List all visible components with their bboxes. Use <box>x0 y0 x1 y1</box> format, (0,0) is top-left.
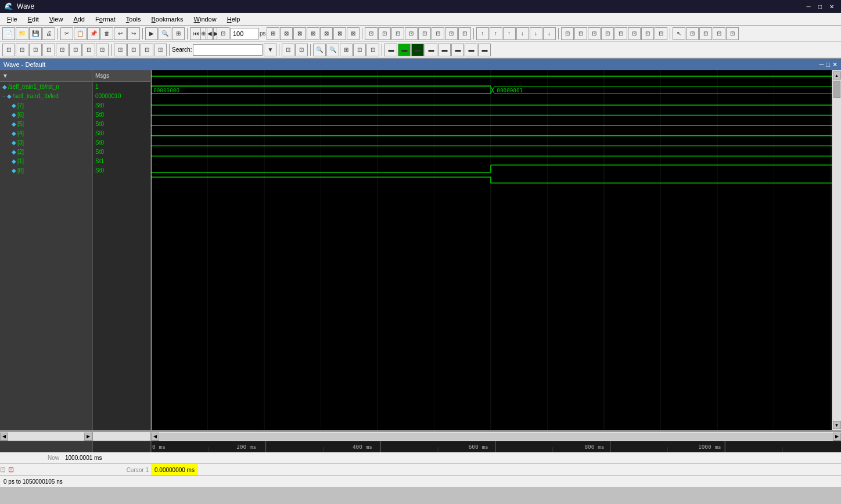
tb-zoom-prev[interactable]: ⊡ <box>366 44 379 56</box>
tb-m6[interactable]: ↓ <box>543 27 556 40</box>
tb2-10[interactable]: ⊡ <box>127 44 140 56</box>
signal-item-2[interactable]: ◆ [2] <box>0 147 92 156</box>
tb-marker6[interactable]: ▬ <box>451 44 464 56</box>
tb-open-btn[interactable]: 📁 <box>16 27 28 40</box>
tb2-7[interactable]: ⊡ <box>82 44 95 56</box>
tb-f7[interactable]: ⊡ <box>641 27 654 40</box>
tb-new-btn[interactable]: 📄 <box>2 27 15 40</box>
tb-save-btn[interactable]: 💾 <box>29 27 42 40</box>
waveform-panel[interactable]: 00000000 00000001 <box>151 70 832 430</box>
tb2-1[interactable]: ⊡ <box>2 44 15 56</box>
tb-cursor1[interactable]: ↖ <box>673 27 685 40</box>
tb2-13[interactable]: ⊡ <box>282 44 294 56</box>
menu-window[interactable]: Window <box>189 15 221 24</box>
tb-m2[interactable]: ↑ <box>490 27 502 40</box>
tb-marker8[interactable]: ▬ <box>478 44 491 56</box>
tb-navF[interactable]: ⊠ <box>347 27 360 40</box>
close-button[interactable]: ✕ <box>827 2 836 11</box>
menu-format[interactable]: Format <box>91 15 120 24</box>
signal-item-6[interactable]: ◆ [6] <box>0 110 92 119</box>
menu-edit[interactable]: Edit <box>23 15 44 24</box>
wave-window-maximize[interactable]: □ <box>826 61 830 69</box>
tb-m5[interactable]: ↓ <box>530 27 542 40</box>
tb-navE[interactable]: ⊠ <box>333 27 346 40</box>
tb-m3[interactable]: ↑ <box>503 27 516 40</box>
signal-item-5[interactable]: ◆ [5] <box>0 119 92 128</box>
tb-zoom-fit[interactable]: ⊞ <box>340 44 353 56</box>
tb2-6[interactable]: ⊡ <box>69 44 82 56</box>
signal-expand-led[interactable]: − <box>2 93 6 99</box>
tb-marker3[interactable]: ▬ <box>411 44 424 56</box>
menu-bookmarks[interactable]: Bookmarks <box>147 15 188 24</box>
tb-sim1[interactable]: ⊕ <box>200 27 206 40</box>
tb2-12[interactable]: ⊡ <box>154 44 167 56</box>
wave-window-close[interactable]: ✕ <box>832 61 838 69</box>
tb-nav1-btn[interactable]: ▶ <box>145 27 158 40</box>
h-scroll-left-btn[interactable]: ◀ <box>0 433 8 441</box>
tb-marker4[interactable]: ▬ <box>425 44 437 56</box>
search-input[interactable] <box>193 44 263 56</box>
menu-tools[interactable]: Tools <box>121 15 146 24</box>
vertical-scrollbar[interactable]: ▲ ▼ <box>832 70 841 430</box>
tb-zoom-out[interactable]: 🔍 <box>326 44 339 56</box>
tb-sim2[interactable]: ◀ <box>207 27 213 40</box>
tb-undo-btn[interactable]: ↩ <box>114 27 127 40</box>
tb-insert-btn[interactable]: ⊡ <box>217 27 229 40</box>
signal-item-1[interactable]: ◆ [1] <box>0 156 92 165</box>
tb2-9[interactable]: ⊡ <box>114 44 127 56</box>
maximize-button[interactable]: □ <box>815 2 825 11</box>
search-dropdown[interactable]: ▼ <box>264 44 276 56</box>
signal-item-3[interactable]: ◆ [3] <box>0 138 92 147</box>
tb-redo-btn[interactable]: ↪ <box>127 27 140 40</box>
tb-delete-btn[interactable]: 🗑 <box>100 27 113 40</box>
signal-item-7[interactable]: ◆ [7] <box>0 100 92 110</box>
tb-navB[interactable]: ⊠ <box>293 27 306 40</box>
wave-window-minimize[interactable]: ─ <box>820 61 824 69</box>
tb-w4[interactable]: ⊡ <box>405 27 418 40</box>
scroll-up-btn[interactable]: ▲ <box>833 71 841 80</box>
tb-print-btn[interactable]: 🖨 <box>42 27 55 40</box>
tb2-4[interactable]: ⊡ <box>42 44 55 56</box>
signal-item-4[interactable]: ◆ [4] <box>0 128 92 138</box>
scroll-down-btn[interactable]: ▼ <box>833 421 841 429</box>
tb-w2[interactable]: ⊡ <box>378 27 391 40</box>
tb-f5[interactable]: ⊡ <box>614 27 627 40</box>
tb-nav2-btn[interactable]: 🔍 <box>159 27 171 40</box>
tb2-14[interactable]: ⊡ <box>295 44 308 56</box>
tb2-11[interactable]: ⊡ <box>141 44 153 56</box>
tb-w1[interactable]: ⊡ <box>365 27 378 40</box>
tb2-3[interactable]: ⊡ <box>29 44 42 56</box>
tb-f1[interactable]: ⊡ <box>561 27 574 40</box>
scroll-thumb-v[interactable] <box>833 81 840 98</box>
tb-cursor4[interactable]: ⊡ <box>713 27 725 40</box>
menu-view[interactable]: View <box>45 15 68 24</box>
menu-file[interactable]: File <box>2 15 22 24</box>
tb-marker7[interactable]: ▬ <box>465 44 477 56</box>
tb-w5[interactable]: ⊡ <box>418 27 431 40</box>
time-input[interactable] <box>230 28 259 39</box>
tb-m4[interactable]: ↓ <box>516 27 529 40</box>
minimize-button[interactable]: ─ <box>804 2 813 11</box>
h-scroll-right-btn-left[interactable]: ▶ <box>84 433 92 441</box>
tb-cursor2[interactable]: ⊡ <box>686 27 699 40</box>
tb-cursor5[interactable]: ⊡ <box>726 27 739 40</box>
tb-f2[interactable]: ⊡ <box>574 27 587 40</box>
tb-m1[interactable]: ↑ <box>476 27 489 40</box>
tb-cursor3[interactable]: ⊡ <box>699 27 712 40</box>
tb-f3[interactable]: ⊡ <box>588 27 601 40</box>
tb-f6[interactable]: ⊡ <box>628 27 641 40</box>
signal-item-0[interactable]: ◆ [0] <box>0 165 92 175</box>
tb-navC[interactable]: ⊠ <box>307 27 319 40</box>
tb-copy-btn[interactable]: 📋 <box>74 27 87 40</box>
signal-item-led[interactable]: − ◆ /self_train1_tb/led <box>0 91 92 100</box>
tb-time1[interactable]: ⊞ <box>267 27 279 40</box>
tb2-8[interactable]: ⊡ <box>96 44 109 56</box>
tb-f8[interactable]: ⊡ <box>655 27 667 40</box>
signal-item-rst[interactable]: ◆ /self_train1_tb/rst_n <box>0 82 92 91</box>
h-scroll-right-btn2[interactable]: ▶ <box>833 433 841 441</box>
tb2-5[interactable]: ⊡ <box>56 44 69 56</box>
menu-help[interactable]: Help <box>222 15 245 24</box>
tb-w6[interactable]: ⊡ <box>432 27 444 40</box>
tb-marker1[interactable]: ▬ <box>384 44 397 56</box>
tb-navA[interactable]: ⊠ <box>280 27 293 40</box>
